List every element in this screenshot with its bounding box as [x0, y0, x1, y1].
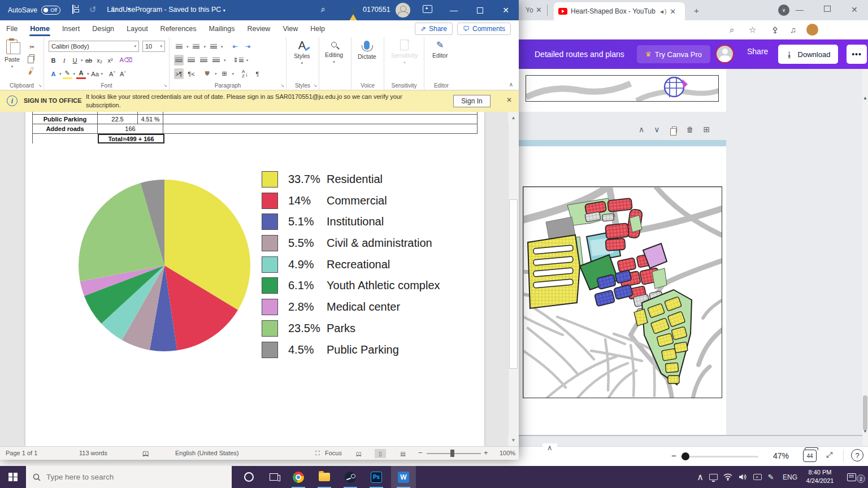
tab-help[interactable]: Help — [304, 20, 331, 37]
grow-font-button[interactable]: Aˆ — [107, 68, 117, 79]
canva-doc-title[interactable]: Detailed routes and plans — [535, 50, 624, 59]
move-page-down-icon[interactable]: ∨ — [654, 125, 659, 134]
word-scroll-up-icon[interactable]: ▲ — [508, 113, 519, 123]
borders-button[interactable]: ⊞ — [220, 68, 229, 79]
tray-show-hidden-icons[interactable]: ∧ — [694, 466, 706, 488]
change-case-button[interactable]: Aa — [90, 68, 100, 79]
taskbar-chrome[interactable] — [286, 466, 311, 488]
styles-button[interactable]: A Styles▾ — [294, 40, 310, 66]
tab-view[interactable]: View — [276, 20, 304, 37]
italic-button[interactable]: I — [59, 55, 69, 66]
print-layout-icon[interactable]: ▯ — [375, 449, 386, 458]
sensitivity-button[interactable]: Sensitivity▾ — [391, 40, 418, 65]
new-tab-button[interactable]: + — [694, 6, 699, 15]
ribbon-display-options-icon[interactable] — [423, 5, 432, 13]
document-page[interactable]: Parks 117.4 23.53 % Public Parking 22.5 … — [25, 112, 484, 446]
ltr-text-button[interactable]: >¶ — [174, 68, 184, 79]
canva-share-button[interactable]: Share — [747, 47, 768, 56]
justify-button[interactable] — [211, 55, 221, 66]
pages-grid-button[interactable]: 44 — [803, 450, 817, 462]
tray-wifi-icon[interactable] — [721, 466, 735, 488]
highlight-button[interactable]: ✎ — [63, 68, 72, 79]
line-spacing-button[interactable]: ⇕ — [233, 55, 244, 66]
tray-volume-icon[interactable] — [736, 466, 749, 488]
tab-search-button[interactable]: ∨ — [778, 5, 789, 16]
tray-keyboard-icon[interactable]: ✕ — [750, 466, 764, 488]
browser-close-button[interactable]: ✕ — [851, 5, 858, 14]
tab-audio-icon[interactable]: ◄) — [659, 8, 666, 15]
page-indicator[interactable]: Page 1 of 1 — [6, 450, 37, 456]
zoom-in-icon[interactable]: + — [484, 448, 488, 457]
decrease-indent-button[interactable]: ⇤ — [231, 41, 240, 52]
tab-close-icon[interactable]: ✕ — [670, 8, 676, 15]
show-paragraph-marks-button[interactable]: ¶ — [253, 68, 262, 79]
tab-file[interactable]: File — [0, 20, 24, 37]
font-dialog-launcher-icon[interactable]: ↘ — [163, 83, 167, 88]
account-id[interactable]: 0170551 — [363, 6, 390, 14]
tray-pen-icon[interactable]: ✎ — [764, 466, 778, 488]
landuse-table[interactable]: Parks 117.4 23.53 % Public Parking 22.5 … — [32, 112, 478, 143]
align-center-button[interactable] — [186, 55, 196, 66]
web-layout-icon[interactable]: ▤ — [397, 449, 409, 458]
rtl-text-button[interactable]: ¶< — [186, 68, 196, 79]
tab-review[interactable]: Review — [241, 20, 276, 37]
zoom-slider-knob[interactable] — [682, 452, 689, 460]
clear-formatting-button[interactable]: A⌫ — [120, 55, 133, 66]
sign-in-button[interactable]: Sign In — [453, 95, 491, 107]
font-size-select[interactable]: 10▾ — [142, 41, 165, 52]
shrink-font-button[interactable]: Aˇ — [118, 68, 128, 79]
duplicate-page-icon[interactable] — [672, 127, 677, 133]
zoom-slider-track[interactable] — [680, 456, 758, 457]
clipboard-dialog-launcher-icon[interactable]: ↘ — [38, 83, 42, 88]
zoom-out-icon[interactable]: − — [418, 448, 423, 457]
editor-button[interactable]: ✎ Editor — [432, 40, 448, 59]
cortana-button[interactable] — [236, 466, 261, 488]
superscript-button[interactable]: x² — [106, 55, 115, 66]
underline-button[interactable]: U — [70, 55, 80, 66]
comments-button[interactable]: 🗩Comments — [457, 23, 511, 35]
language-indicator[interactable]: English (United States) — [175, 450, 239, 456]
subscript-button[interactable]: x₂ — [95, 55, 105, 66]
media-playlist-icon[interactable]: ♫ — [790, 25, 796, 34]
styles-dialog-launcher-icon[interactable]: ↘ — [313, 83, 317, 88]
browser-profile-avatar[interactable] — [806, 24, 818, 36]
taskbar-search[interactable] — [26, 466, 232, 488]
word-close-button[interactable]: ✕ — [493, 0, 519, 20]
tab-layout[interactable]: Layout — [120, 20, 154, 37]
read-mode-icon[interactable]: 🕮 — [353, 449, 364, 458]
tab-insert[interactable]: Insert — [56, 20, 86, 37]
zoom-out-minus[interactable]: − — [671, 451, 676, 460]
search-icon[interactable]: ⌕ — [321, 5, 326, 14]
browser-minimize-button[interactable]: — — [796, 5, 804, 14]
taskbar-clock[interactable]: 8:40 PM 4/24/2021 — [802, 468, 837, 485]
extensions-icon[interactable]: ⚴ — [772, 25, 778, 35]
font-color-button[interactable]: A — [76, 68, 86, 79]
canva-scrollbar-thumb[interactable] — [863, 395, 867, 430]
account-warning-icon[interactable] — [349, 6, 357, 14]
bookmark-star-icon[interactable]: ☆ — [749, 25, 756, 35]
try-canva-pro-button[interactable]: ♛ Try Canva Pro — [637, 45, 710, 63]
format-painter-button[interactable]: 🖌 — [27, 67, 34, 75]
browser-restore-button[interactable] — [824, 6, 831, 12]
taskbar-photoshop[interactable]: Ps — [364, 466, 389, 488]
canva-more-button[interactable]: ••• — [847, 45, 867, 64]
increase-indent-button[interactable]: ⇥ — [243, 41, 253, 52]
paragraph-dialog-launcher-icon[interactable]: ↘ — [280, 83, 284, 88]
partial-tab-title[interactable]: Yo — [526, 6, 533, 14]
font-name-select[interactable]: Calibri (Body)▾ — [49, 41, 139, 52]
align-right-button[interactable] — [199, 55, 209, 66]
dismiss-message-icon[interactable]: ✕ — [506, 96, 512, 104]
tab-mailings[interactable]: Mailings — [203, 20, 241, 37]
word-scrollbar-thumb[interactable] — [509, 199, 518, 369]
language-button[interactable]: ENG — [780, 466, 800, 488]
notification-badge[interactable]: 2 — [857, 474, 865, 483]
taskbar-word[interactable]: W — [391, 466, 416, 488]
land-use-map-image[interactable] — [523, 186, 722, 398]
partial-tab-close-icon[interactable]: ✕ — [536, 6, 542, 14]
copy-button[interactable] — [27, 54, 34, 60]
align-left-button[interactable] — [174, 55, 184, 66]
proofing-icon[interactable]: 🕮 — [142, 450, 149, 457]
canva-download-button[interactable]: ⭳ Download — [778, 45, 838, 64]
strikethrough-button[interactable]: ab — [84, 55, 94, 66]
zoom-slider-thumb[interactable] — [450, 450, 454, 457]
